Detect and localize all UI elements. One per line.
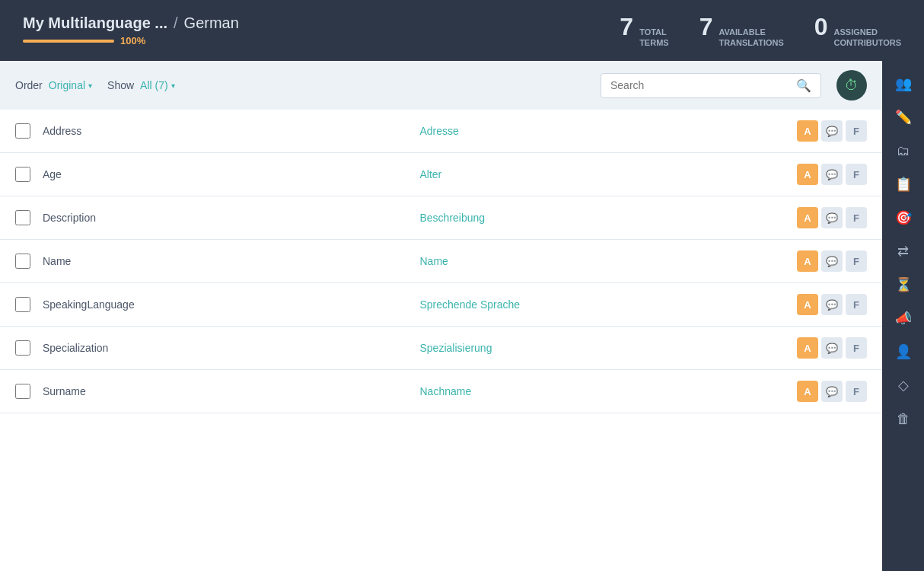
hourglass-icon[interactable]: ⏳ <box>888 270 919 300</box>
breadcrumb-separator: / <box>174 14 178 32</box>
row-checkbox[interactable] <box>15 210 30 225</box>
action-comment-button[interactable]: 💬 <box>821 250 843 272</box>
terms-table: Address Adresse A 💬 F Age Alter A 💬 F De… <box>0 110 882 571</box>
action-auto-button[interactable]: A <box>797 250 818 272</box>
row-actions: A 💬 F <box>797 337 867 359</box>
stat-assigned-label: ASSIGNEDCONTRIBUTORS <box>834 27 901 49</box>
action-flag-button[interactable]: F <box>846 164 867 185</box>
main-container: Order Original ▾ Show All (7) ▾ 🔍 ⏱ <box>0 61 924 571</box>
show-control: Show All (7) ▾ <box>107 79 175 91</box>
target-icon[interactable]: 🎯 <box>888 203 919 233</box>
action-flag-button[interactable]: F <box>846 337 867 359</box>
right-sidebar: 👥✏️🗂📋🎯⇄⏳📣👤◇🗑 <box>882 61 924 571</box>
action-flag-button[interactable]: F <box>846 120 867 142</box>
person-icon[interactable]: 👤 <box>888 337 919 367</box>
term-label: Specialization <box>43 342 420 354</box>
translation-label: Beschreibung <box>420 212 798 224</box>
translation-label: Nachname <box>420 385 798 397</box>
search-input[interactable] <box>610 79 790 91</box>
action-flag-button[interactable]: F <box>846 250 867 272</box>
stat-available-translations: 7 AVAILABLETRANSLATIONS <box>699 13 784 49</box>
shuffle-icon[interactable]: ⇄ <box>888 236 919 266</box>
action-comment-button[interactable]: 💬 <box>821 120 843 142</box>
action-auto-button[interactable]: A <box>797 337 818 359</box>
row-actions: A 💬 F <box>797 250 867 272</box>
table-row: Name Name A 💬 F <box>0 240 882 283</box>
search-container: 🔍 <box>601 73 821 98</box>
term-label: Name <box>43 255 420 267</box>
row-actions: A 💬 F <box>797 120 867 142</box>
order-value: Original <box>49 79 85 91</box>
megaphone-icon[interactable]: 📣 <box>888 303 919 333</box>
action-auto-button[interactable]: A <box>797 120 818 142</box>
speedometer-icon[interactable]: ⏱ <box>836 70 867 100</box>
action-auto-button[interactable]: A <box>797 381 818 402</box>
action-auto-button[interactable]: A <box>797 294 818 315</box>
term-label: SpeakingLanguage <box>43 298 420 311</box>
row-checkbox[interactable] <box>15 254 30 269</box>
action-comment-button[interactable]: 💬 <box>821 207 843 228</box>
stat-available-number: 7 <box>699 13 713 41</box>
action-flag-button[interactable]: F <box>846 294 867 315</box>
action-flag-button[interactable]: F <box>846 381 867 402</box>
table-row: Address Adresse A 💬 F <box>0 110 882 153</box>
translation-label: Adresse <box>420 125 798 137</box>
edit-icon[interactable]: ✏️ <box>888 102 919 132</box>
header-left: My Multilanguage ... / German 100% <box>23 14 239 46</box>
table-row: Surname Nachname A 💬 F <box>0 370 882 413</box>
copy-icon[interactable]: 📋 <box>888 169 919 199</box>
show-label: Show <box>107 79 134 91</box>
row-actions: A 💬 F <box>797 294 867 315</box>
row-checkbox[interactable] <box>15 297 30 312</box>
progress-percent: 100% <box>120 35 145 46</box>
eraser-icon[interactable]: ◇ <box>888 370 919 400</box>
table-row: Description Beschreibung A 💬 F <box>0 196 882 240</box>
header-stats: 7 TOTALTERMS 7 AVAILABLETRANSLATIONS 0 A… <box>620 13 901 49</box>
trash-icon[interactable]: 🗑 <box>888 404 919 434</box>
term-label: Address <box>43 125 420 137</box>
progress-fill <box>23 40 114 43</box>
term-label: Description <box>43 212 420 224</box>
stat-total-terms: 7 TOTALTERMS <box>620 13 668 49</box>
show-chevron-icon: ▾ <box>171 81 175 90</box>
order-control: Order Original ▾ <box>15 79 92 91</box>
layers-icon[interactable]: 🗂 <box>888 136 919 166</box>
order-dropdown[interactable]: Original ▾ <box>49 79 92 91</box>
action-auto-button[interactable]: A <box>797 207 818 228</box>
action-comment-button[interactable]: 💬 <box>821 164 843 185</box>
stat-assigned-contributors: 0 ASSIGNEDCONTRIBUTORS <box>814 13 901 49</box>
action-comment-button[interactable]: 💬 <box>821 381 843 402</box>
action-comment-button[interactable]: 💬 <box>821 294 843 315</box>
action-flag-button[interactable]: F <box>846 207 867 228</box>
progress-bar <box>23 40 114 43</box>
show-dropdown[interactable]: All (7) ▾ <box>140 79 175 91</box>
row-actions: A 💬 F <box>797 381 867 402</box>
language-name: German <box>184 14 239 32</box>
row-checkbox[interactable] <box>15 384 30 399</box>
table-row: Age Alter A 💬 F <box>0 153 882 196</box>
translation-label: Spezialisierung <box>420 342 798 354</box>
table-row: SpeakingLanguage Sprechende Sprache A 💬 … <box>0 283 882 327</box>
table-row: Specialization Spezialisierung A 💬 F <box>0 327 882 370</box>
translation-label: Sprechende Sprache <box>420 298 798 311</box>
action-comment-button[interactable]: 💬 <box>821 337 843 359</box>
toolbar: Order Original ▾ Show All (7) ▾ 🔍 ⏱ <box>0 61 882 110</box>
stat-assigned-number: 0 <box>814 13 828 41</box>
row-checkbox[interactable] <box>15 167 30 182</box>
action-auto-button[interactable]: A <box>797 164 818 185</box>
users-icon[interactable]: 👥 <box>888 69 919 99</box>
progress-row: 100% <box>23 35 239 46</box>
content-area: Order Original ▾ Show All (7) ▾ 🔍 ⏱ <box>0 61 882 571</box>
header: My Multilanguage ... / German 100% 7 TOT… <box>0 0 924 61</box>
row-checkbox[interactable] <box>15 123 30 139</box>
stat-total-label: TOTALTERMS <box>639 27 669 49</box>
row-checkbox[interactable] <box>15 340 30 356</box>
title-row: My Multilanguage ... / German <box>23 14 239 32</box>
stat-total-number: 7 <box>620 13 633 41</box>
stat-available-label: AVAILABLETRANSLATIONS <box>718 27 783 49</box>
row-actions: A 💬 F <box>797 207 867 228</box>
term-label: Age <box>43 168 420 180</box>
project-name: My Multilanguage ... <box>23 14 167 32</box>
translation-label: Alter <box>420 168 798 180</box>
translation-label: Name <box>420 255 798 267</box>
